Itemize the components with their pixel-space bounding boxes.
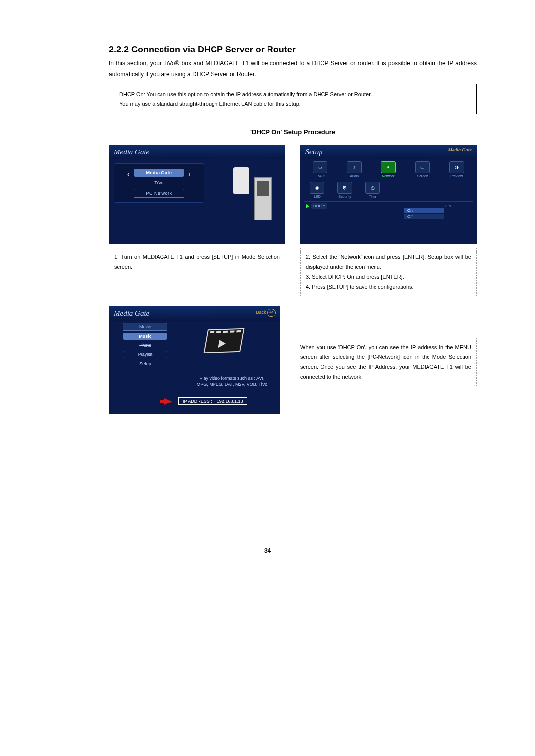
menu-item-media-gate: Media Gate (134, 169, 184, 177)
figure-mode-selection: Media Gate Media Gate TiVo PC Network (109, 145, 285, 244)
speaker-icon: ♪ (347, 161, 362, 173)
play-triangle-icon (218, 340, 226, 348)
setup-label-network: Network (376, 174, 400, 178)
setup-icon-audio: ♪Audio (342, 161, 366, 178)
back-label: Back (256, 310, 266, 315)
figure-pc-network-menu: Media Gate Back ↩ Movie Music Photo Play… (109, 306, 280, 414)
mode-selection-menu: Media Gate TiVo PC Network (114, 163, 204, 203)
menu-item-setup: Setup (123, 360, 167, 367)
film-reel-icon (203, 328, 244, 353)
figure-2-column: Setup Media Gate ▭TVout ♪Audio ✦Network … (300, 145, 477, 296)
setup-icon-network: ✦Network (376, 161, 400, 178)
setup-label-tvout: TVout (308, 174, 332, 178)
usb-drive-icon (233, 167, 249, 194)
tv-icon: ▭ (313, 161, 327, 173)
section-number: 2.2.2 (109, 45, 129, 54)
setup-label-audio: Audio (342, 174, 366, 178)
figure2-caption-line2: 3. Select DHCP: On and press [ENTER]. (306, 272, 471, 282)
dhcp-label: DHCP: (311, 203, 327, 209)
format-line1: Play video formats such as : AVI, (182, 375, 280, 381)
dhcp-value: On (445, 204, 451, 208)
document-page: 2.2.2 Connection via DHCP Server or Rout… (0, 0, 535, 756)
security-icon: ⛨ (337, 182, 352, 194)
format-description: Play video formats such as : AVI, MPG, M… (182, 375, 280, 387)
menu-item-tivo: TiVo (134, 179, 184, 187)
figure3-header: Media Gate Back ↩ (109, 306, 280, 321)
figure1-header: Media Gate (109, 145, 285, 159)
back-icon: ↩ (267, 309, 276, 317)
figure1-caption: 1. Turn on MEDIAGATE T1 and press [SETUP… (109, 248, 285, 276)
setup-label-time: Time (361, 195, 384, 198)
led-icon: ◉ (310, 182, 324, 194)
setup-icon-led: ◉LED (305, 182, 329, 198)
figure2-caption-line1: 2. Select the 'Network' icon and press [… (306, 252, 471, 272)
setup-icon-screen: ▭Screen (411, 161, 434, 178)
clock-icon: ◷ (365, 182, 380, 194)
film-reel-illustration (206, 329, 265, 368)
setup-icon-row-2: ◉LED ⛨Security ◷Time (300, 180, 477, 200)
preview-icon: ◑ (449, 161, 464, 173)
figure-3-column: Media Gate Back ↩ Movie Music Photo Play… (109, 306, 280, 418)
figure-1-column: Media Gate Media Gate TiVo PC Network 1.… (109, 145, 285, 296)
setup-label-security: Security (333, 195, 357, 198)
setup-label-led: LED (305, 195, 329, 198)
figure2-header: Setup Media Gate (300, 145, 477, 159)
ip-value: 192.168.1.13 (217, 399, 243, 403)
device-tower-icon (254, 177, 272, 220)
setup-icon-row-1: ▭TVout ♪Audio ✦Network ▭Screen ◑Preview (300, 159, 477, 180)
cursor-arrow-icon (306, 204, 309, 208)
section-intro: In this section, your TiVo® box and MEDI… (109, 58, 477, 80)
content-column: 2.2.2 Connection via DHCP Server or Rout… (109, 45, 477, 418)
menu-item-movie: Movie (123, 323, 167, 331)
dhcp-options: On Off (404, 208, 444, 219)
back-button: Back ↩ (256, 309, 276, 317)
note-line-1: DHCP On: You can use this option to obta… (119, 89, 466, 99)
figure2-caption: 2. Select the 'Network' icon and press [… (300, 248, 477, 296)
note-line-2: You may use a standard straight-through … (119, 99, 466, 109)
setup-icon-security: ⛨Security (333, 182, 357, 198)
menu-item-photo: Photo (123, 342, 167, 349)
figure2-caption-line3: 4. Press [SETUP] to save the configurati… (306, 282, 471, 292)
setup-label-screen: Screen (411, 174, 434, 178)
device-illustration (229, 164, 276, 224)
page-number: 34 (0, 547, 535, 554)
network-icon: ✦ (381, 161, 396, 173)
ip-address-bar: IP ADDRESS : 192.168.1.13 (178, 397, 247, 405)
format-line2: MPG, MPEG, DAT, M2V, VOB, TiVo (182, 381, 280, 387)
menu-item-pc-network: PC Network (134, 189, 184, 198)
figure-setup-screen: Setup Media Gate ▭TVout ♪Audio ✦Network … (300, 145, 477, 244)
dhcp-option-on: On (404, 208, 444, 213)
setup-divider (304, 201, 473, 202)
red-arrow-icon (164, 398, 172, 405)
setup-icon-time: ◷Time (361, 182, 384, 198)
setup-label-preview: Preview (445, 174, 469, 178)
figure2-brand: Media Gate (448, 147, 472, 152)
procedure-title: 'DHCP On' Setup Procedure (109, 128, 477, 136)
setup-icon-preview: ◑Preview (445, 161, 469, 178)
note-box: DHCP On: You can use this option to obta… (109, 84, 477, 114)
menu-item-playlist: Playlist (123, 351, 167, 358)
figure1-brand: Media Gate (109, 148, 149, 156)
figure3-brand: Media Gate (109, 309, 149, 318)
section-heading: 2.2.2 Connection via DHCP Server or Rout… (109, 45, 477, 55)
dhcp-option-off: Off (404, 214, 444, 219)
screen-icon: ▭ (415, 161, 430, 173)
section-title-text: Connection via DHCP Server or Router (131, 45, 296, 54)
dhcp-row: DHCP: On (300, 202, 477, 210)
figure-row-1: Media Gate Media Gate TiVo PC Network 1.… (109, 145, 477, 296)
setup-icon-tvout: ▭TVout (308, 161, 332, 178)
menu-item-music: Music (123, 333, 167, 340)
figure2-title: Setup (300, 148, 323, 156)
pc-network-side-menu: Movie Music Photo Playlist Setup (113, 321, 177, 369)
figure-row-2: Media Gate Back ↩ Movie Music Photo Play… (109, 306, 477, 418)
ip-label: IP ADDRESS : (183, 399, 212, 403)
figure3-caption: When you use 'DHCP On', you can see the … (295, 338, 477, 386)
